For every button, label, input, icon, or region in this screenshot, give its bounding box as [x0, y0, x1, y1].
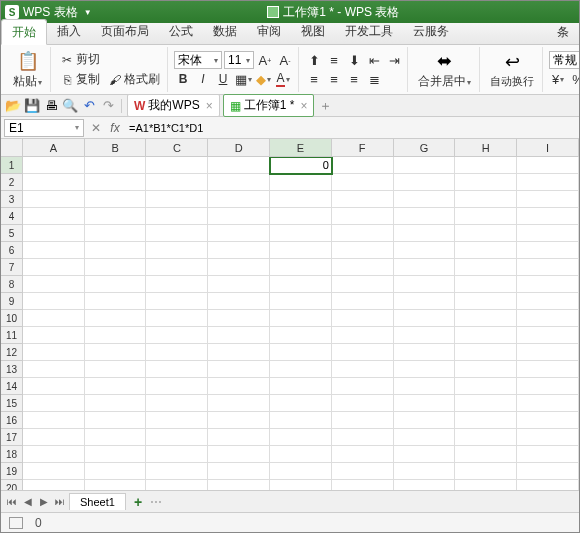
row-header[interactable]: 8 [1, 276, 23, 293]
cell[interactable] [517, 208, 579, 225]
row-header[interactable]: 9 [1, 293, 23, 310]
cell[interactable] [455, 225, 517, 242]
print-preview-icon[interactable]: 🔍 [62, 98, 78, 114]
cell[interactable] [394, 208, 456, 225]
ribbon-tab-3[interactable]: 公式 [159, 19, 203, 44]
cell[interactable] [270, 344, 332, 361]
row-header[interactable]: 13 [1, 361, 23, 378]
font-color-button[interactable]: A▾ [274, 70, 292, 88]
increase-font-button[interactable]: A+ [256, 51, 274, 69]
cell[interactable] [85, 259, 147, 276]
sheet-nav-first[interactable]: ⏮ [5, 495, 19, 509]
cell[interactable] [332, 225, 394, 242]
font-size-select[interactable]: 11▾ [224, 51, 254, 69]
cell[interactable] [332, 242, 394, 259]
cell[interactable] [455, 378, 517, 395]
cell[interactable] [270, 412, 332, 429]
cell[interactable] [146, 429, 208, 446]
sheet-tab[interactable]: Sheet1 [69, 493, 126, 510]
row-header[interactable]: 15 [1, 395, 23, 412]
format-painter-button[interactable]: 🖌格式刷 [105, 70, 163, 89]
cell[interactable] [85, 361, 147, 378]
ribbon-more[interactable]: 条 [547, 20, 579, 44]
cell[interactable] [332, 395, 394, 412]
row-header[interactable]: 7 [1, 259, 23, 276]
cell[interactable] [208, 242, 270, 259]
cell[interactable] [23, 446, 85, 463]
cell[interactable] [332, 344, 394, 361]
cell[interactable] [270, 310, 332, 327]
close-tab-icon[interactable]: × [206, 99, 213, 113]
cell[interactable] [394, 344, 456, 361]
row-header[interactable]: 16 [1, 412, 23, 429]
cell[interactable] [146, 310, 208, 327]
cell[interactable] [23, 327, 85, 344]
col-header[interactable]: H [455, 139, 517, 157]
cell[interactable] [85, 225, 147, 242]
cell[interactable] [332, 208, 394, 225]
cell[interactable] [270, 259, 332, 276]
ribbon-tab-5[interactable]: 审阅 [247, 19, 291, 44]
cell[interactable] [146, 480, 208, 490]
align-bottom-button[interactable]: ⬇ [345, 51, 363, 69]
row-header[interactable]: 20 [1, 480, 23, 490]
cell[interactable] [146, 174, 208, 191]
cell[interactable] [208, 361, 270, 378]
cell[interactable] [455, 395, 517, 412]
cell[interactable] [394, 276, 456, 293]
formula-input[interactable] [125, 119, 579, 137]
cell[interactable] [332, 276, 394, 293]
cell[interactable] [332, 174, 394, 191]
cell[interactable] [517, 463, 579, 480]
cell[interactable]: 0 [270, 157, 332, 174]
cell[interactable] [85, 276, 147, 293]
cell[interactable] [146, 242, 208, 259]
cell[interactable] [455, 361, 517, 378]
align-center-button[interactable]: ≡ [325, 70, 343, 88]
cell[interactable] [208, 412, 270, 429]
cell[interactable] [394, 259, 456, 276]
close-tab-icon[interactable]: × [300, 99, 307, 113]
row-header[interactable]: 5 [1, 225, 23, 242]
cell[interactable] [332, 361, 394, 378]
cell[interactable] [455, 344, 517, 361]
cell[interactable] [85, 327, 147, 344]
cell[interactable] [332, 327, 394, 344]
ribbon-tab-0[interactable]: 开始 [1, 19, 47, 45]
cell[interactable] [23, 310, 85, 327]
currency-button[interactable]: ¥▾ [549, 70, 567, 88]
cell[interactable] [517, 157, 579, 174]
undo-icon[interactable]: ↶ [81, 98, 97, 114]
cell[interactable] [208, 276, 270, 293]
cell[interactable] [146, 259, 208, 276]
cell[interactable] [394, 293, 456, 310]
cell[interactable] [394, 327, 456, 344]
app-menu-dropdown[interactable]: ▼ [84, 8, 92, 17]
cell[interactable] [85, 378, 147, 395]
cell[interactable] [85, 157, 147, 174]
cut-button[interactable]: ✂剪切 [57, 50, 163, 69]
cell[interactable] [394, 225, 456, 242]
bold-button[interactable]: B [174, 70, 192, 88]
sheet-menu-button[interactable]: ⋯ [150, 495, 162, 509]
underline-button[interactable]: U [214, 70, 232, 88]
cell[interactable] [23, 344, 85, 361]
cell[interactable] [23, 157, 85, 174]
cell[interactable] [394, 242, 456, 259]
cell[interactable] [270, 293, 332, 310]
cell[interactable] [208, 344, 270, 361]
name-box[interactable]: E1▾ [4, 119, 84, 137]
cell[interactable] [517, 344, 579, 361]
cell[interactable] [270, 327, 332, 344]
tab-workbook[interactable]: ▦ 工作簿1 * × [223, 94, 315, 117]
cell[interactable] [270, 378, 332, 395]
ribbon-tab-2[interactable]: 页面布局 [91, 19, 159, 44]
cell[interactable] [23, 361, 85, 378]
cell[interactable] [85, 174, 147, 191]
cell[interactable] [270, 174, 332, 191]
cell[interactable] [517, 378, 579, 395]
row-header[interactable]: 3 [1, 191, 23, 208]
cell[interactable] [85, 395, 147, 412]
italic-button[interactable]: I [194, 70, 212, 88]
col-header[interactable]: G [394, 139, 456, 157]
